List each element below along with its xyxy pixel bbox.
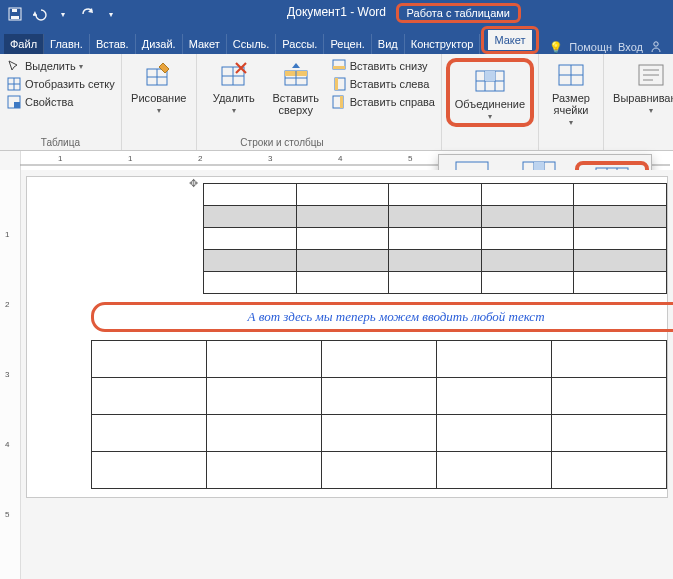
- select-button[interactable]: Выделить▾: [6, 58, 115, 74]
- tab-review[interactable]: Рецен.: [324, 34, 371, 54]
- undo-icon[interactable]: [30, 5, 48, 23]
- delete-table-icon: [219, 60, 249, 90]
- table-anchor-icon[interactable]: ✥: [189, 177, 198, 190]
- cell-size-button[interactable]: Размер ячейки▾: [545, 58, 597, 127]
- gridlines-label: Отобразить сетку: [25, 78, 115, 90]
- tabs-right: 💡 Помощн Вход: [549, 40, 673, 54]
- merge-label: Объединение: [455, 98, 525, 110]
- svg-text:5: 5: [408, 154, 413, 163]
- alignment-icon: [636, 60, 666, 90]
- cell-size-label: Размер ячейки: [545, 92, 597, 116]
- cursor-icon: [6, 58, 22, 74]
- ribbon: Выделить▾ Отобразить сетку Свойства Табл…: [0, 54, 673, 151]
- svg-rect-22: [333, 66, 345, 69]
- annotation-callout: А вот здесь мы теперь можем вводить любо…: [91, 302, 673, 332]
- pencil-grid-icon: [144, 60, 174, 90]
- tab-table-design[interactable]: Конструктор: [405, 34, 481, 54]
- alignment-label: Выравнивание: [613, 92, 673, 104]
- table-row[interactable]: [204, 184, 667, 206]
- word-window: ▾ ▾ Документ1 - Word Работа с таблицами …: [0, 0, 673, 579]
- group-alignment: Выравнивание▾: [604, 54, 673, 150]
- grid-icon: [6, 76, 22, 92]
- quick-access-toolbar: ▾ ▾: [0, 5, 126, 23]
- svg-rect-1: [11, 16, 19, 19]
- alignment-button[interactable]: Выравнивание▾: [610, 58, 673, 115]
- tab-table-layout[interactable]: Макет: [488, 30, 531, 50]
- table-row[interactable]: [92, 341, 667, 378]
- table-tools-context-tab[interactable]: Работа с таблицами: [396, 3, 521, 23]
- merge-highlight: Объединение▾: [446, 58, 534, 127]
- svg-text:1: 1: [58, 154, 63, 163]
- draw-table-button[interactable]: Рисование▾: [128, 58, 190, 115]
- qat-customize-icon[interactable]: ▾: [102, 5, 120, 23]
- group-merge: Объединение▾: [442, 54, 539, 150]
- insert-below-button[interactable]: Вставить снизу: [331, 58, 435, 74]
- insert-below-label: Вставить снизу: [350, 60, 428, 72]
- insert-right-button[interactable]: Вставить справа: [331, 94, 435, 110]
- properties-button[interactable]: Свойства: [6, 94, 115, 110]
- vruler-5: 5: [5, 510, 9, 519]
- select-label: Выделить: [25, 60, 76, 72]
- vruler-1: 1: [5, 230, 9, 239]
- redo-icon[interactable]: [78, 5, 96, 23]
- insert-left-icon: [331, 76, 347, 92]
- group-rows-cols: Удалить▾ Вставить сверху Вставить снизу …: [197, 54, 442, 150]
- share-icon[interactable]: [649, 40, 663, 54]
- insert-above-button[interactable]: Вставить сверху: [265, 58, 327, 116]
- tab-design[interactable]: Дизай.: [136, 34, 183, 54]
- svg-rect-2: [12, 9, 17, 12]
- vruler-2: 2: [5, 300, 9, 309]
- table-row[interactable]: [92, 415, 667, 452]
- svg-text:1: 1: [128, 154, 133, 163]
- tab-page-layout[interactable]: Макет: [183, 34, 227, 54]
- svg-point-3: [654, 42, 658, 46]
- tab-insert[interactable]: Встав.: [90, 34, 136, 54]
- save-icon[interactable]: [6, 5, 24, 23]
- table-top[interactable]: [203, 183, 667, 294]
- vruler-4: 4: [5, 440, 9, 449]
- group-cell-size: Размер ячейки▾: [539, 54, 604, 150]
- tab-view[interactable]: Вид: [372, 34, 405, 54]
- vruler-3: 3: [5, 370, 9, 379]
- insert-above-label: Вставить сверху: [265, 92, 327, 116]
- table-row[interactable]: [204, 250, 667, 272]
- tab-file[interactable]: Файл: [4, 34, 44, 54]
- delete-button[interactable]: Удалить▾: [203, 58, 265, 116]
- insert-left-label: Вставить слева: [350, 78, 430, 90]
- svg-text:4: 4: [338, 154, 343, 163]
- group-rows-cols-label: Строки и столбцы: [132, 135, 432, 150]
- table-row[interactable]: [92, 378, 667, 415]
- tell-me-label[interactable]: Помощн: [569, 41, 612, 53]
- table-bottom[interactable]: [91, 340, 667, 489]
- gridlines-button[interactable]: Отобразить сетку: [6, 76, 115, 92]
- tab-home[interactable]: Главн.: [44, 34, 90, 54]
- ribbon-tabs: Файл Главн. Встав. Дизай. Макет Ссыль. Р…: [0, 28, 673, 54]
- vertical-ruler[interactable]: 1 2 3 4 5: [0, 170, 21, 579]
- svg-rect-26: [340, 96, 343, 108]
- insert-below-icon: [331, 58, 347, 74]
- merge-icon: [475, 66, 505, 96]
- group-table-label: Таблица: [6, 135, 115, 150]
- insert-right-label: Вставить справа: [350, 96, 435, 108]
- page[interactable]: ✥ А вот здесь мы теперь можем вводить лю…: [26, 176, 668, 498]
- merge-dropdown-button[interactable]: Объединение▾: [454, 64, 526, 121]
- svg-rect-8: [14, 102, 20, 108]
- properties-label: Свойства: [25, 96, 73, 108]
- tab-references[interactable]: Ссыль.: [227, 34, 277, 54]
- properties-icon: [6, 94, 22, 110]
- signin-label[interactable]: Вход: [618, 41, 643, 53]
- draw-label: Рисование: [131, 92, 186, 104]
- undo-dropdown-icon[interactable]: ▾: [54, 5, 72, 23]
- table-row[interactable]: [204, 272, 667, 294]
- tab-mailings[interactable]: Рассы.: [276, 34, 324, 54]
- titlebar: ▾ ▾ Документ1 - Word Работа с таблицами: [0, 0, 673, 28]
- svg-rect-31: [485, 71, 495, 81]
- insert-right-icon: [331, 94, 347, 110]
- svg-text:3: 3: [268, 154, 273, 163]
- table-row[interactable]: [204, 228, 667, 250]
- table-row[interactable]: [204, 206, 667, 228]
- table-row[interactable]: [92, 452, 667, 489]
- delete-label: Удалить: [213, 92, 255, 104]
- cell-size-icon: [556, 60, 586, 90]
- insert-left-button[interactable]: Вставить слева: [331, 76, 435, 92]
